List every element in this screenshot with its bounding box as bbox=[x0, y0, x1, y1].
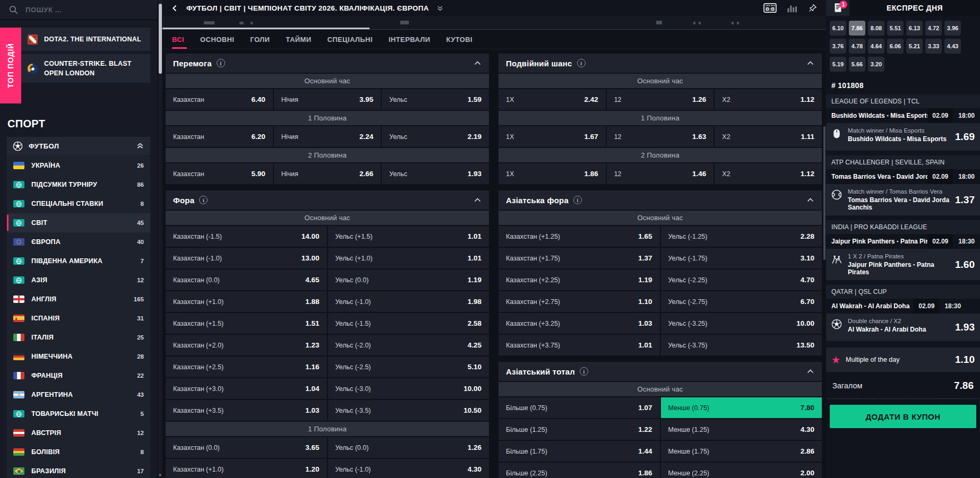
sidebar-item-friendly-matches[interactable]: ТОВАРИСЬКІ МАТЧІ5 bbox=[7, 404, 150, 423]
express-odd-chip[interactable]: 6.13 bbox=[906, 21, 923, 36]
express-odd-chip[interactable]: 6.06 bbox=[887, 39, 904, 54]
odd-cell[interactable]: Нічия3.95 bbox=[274, 89, 381, 110]
express-odd-chip[interactable]: 3.96 bbox=[944, 21, 961, 36]
odd-cell[interactable]: Уельс (0.0)1.26 bbox=[328, 437, 489, 458]
odd-cell[interactable]: Казахстан (+1.75)1.37 bbox=[498, 248, 660, 268]
info-icon[interactable]: i bbox=[573, 196, 582, 204]
odd-cell[interactable]: Більше (1.25)1.22 bbox=[498, 419, 660, 440]
odd-cell[interactable]: Менше (2.25)2.00 bbox=[661, 463, 822, 478]
search-input[interactable]: ПОШУК ... bbox=[0, 0, 157, 20]
statistics-bars-icon[interactable] bbox=[787, 4, 797, 13]
odd-cell[interactable]: X21.12 bbox=[715, 89, 822, 110]
sidebar-item-brazil[interactable]: БРАЗИЛІЯ17 bbox=[7, 462, 150, 478]
leg-bet[interactable]: 1 X 2 / Patna PiratesJaipur Pink Panther… bbox=[826, 249, 980, 280]
sidebar-item-england[interactable]: АНГЛІЯ165 bbox=[7, 290, 150, 309]
sidebar-item-spain[interactable]: ІСПАНІЯ31 bbox=[7, 309, 150, 328]
tab-кутові[interactable]: КУТОВІ bbox=[446, 30, 472, 49]
top-event-counter-strike[interactable]: COUNTER-STRIKE. BLAST OPEN LONDON bbox=[21, 54, 150, 83]
multiple-of-the-day-row[interactable]: ★ Multiple of the day 1.10 bbox=[826, 347, 980, 372]
express-odd-chip[interactable]: 5.21 bbox=[906, 39, 923, 54]
tab-основні[interactable]: ОСНОВНІ bbox=[200, 30, 234, 49]
market-card-header[interactable]: Подвійний шансi bbox=[498, 54, 822, 73]
odd-cell[interactable]: X21.12 bbox=[715, 163, 822, 184]
scoreboard-icon[interactable] bbox=[763, 3, 777, 13]
info-icon[interactable]: i bbox=[577, 59, 586, 67]
odd-cell[interactable]: Уельс (+1.0)1.01 bbox=[328, 248, 489, 268]
sidebar-item-bolivia[interactable]: БОЛІВІЯ8 bbox=[7, 442, 150, 462]
odd-cell[interactable]: Уельс (-1.25)2.28 bbox=[661, 226, 822, 247]
tab-голи[interactable]: ГОЛИ bbox=[250, 30, 270, 49]
odd-cell[interactable]: Менше (1.25)4.30 bbox=[661, 419, 822, 440]
sidebar-item-ukraine[interactable]: УКРАЇНА26 bbox=[7, 156, 150, 175]
express-odd-chip[interactable]: 3.33 bbox=[925, 39, 942, 54]
odd-cell[interactable]: 121.46 bbox=[607, 163, 714, 184]
odd-cell[interactable]: Уельс (+1.5)1.01 bbox=[328, 226, 489, 247]
odd-cell[interactable]: Казахстан (0.0)4.65 bbox=[166, 270, 327, 290]
tab-тайми[interactable]: ТАЙМИ bbox=[286, 30, 311, 49]
collapse-chevron-up-icon[interactable] bbox=[806, 60, 814, 66]
odd-cell[interactable]: 121.26 bbox=[607, 89, 714, 110]
odd-cell[interactable]: Уельс (-2.5)5.10 bbox=[328, 357, 489, 377]
odd-cell[interactable]: Казахстан (0.0)3.65 bbox=[166, 437, 327, 458]
odd-cell[interactable]: Менше (0.75)7.80 bbox=[661, 397, 822, 418]
sidebar-item-south-america[interactable]: ПІВДЕННА АМЕРИКА7 bbox=[7, 251, 150, 271]
sidebar-scrollbar-thumb[interactable] bbox=[159, 4, 162, 74]
odd-cell[interactable]: Уельс2.19 bbox=[382, 126, 489, 147]
odd-cell[interactable]: Казахстан (+2.25)1.19 bbox=[498, 270, 660, 290]
odd-cell[interactable]: Більше (0.75)1.07 bbox=[498, 397, 660, 418]
express-odd-chip[interactable]: 5.51 bbox=[887, 21, 904, 36]
odd-cell[interactable]: Уельс (-3.75)13.50 bbox=[661, 335, 822, 355]
express-odd-chip[interactable]: 4.78 bbox=[849, 39, 865, 54]
odd-cell[interactable]: Уельс (0.0)1.19 bbox=[328, 270, 489, 290]
odd-cell[interactable]: Уельс (-3.0)10.00 bbox=[328, 378, 489, 399]
odd-cell[interactable]: Казахстан (+2.0)1.23 bbox=[166, 335, 327, 355]
odd-cell[interactable]: Нічия2.66 bbox=[274, 163, 381, 184]
odd-cell[interactable]: 121.63 bbox=[607, 126, 714, 147]
market-card-header[interactable]: Фораi bbox=[166, 190, 489, 210]
info-icon[interactable]: i bbox=[199, 196, 208, 204]
back-button[interactable] bbox=[171, 4, 179, 12]
odd-cell[interactable]: Казахстан (-1.5)14.00 bbox=[166, 226, 327, 247]
express-odd-chip[interactable]: 3.76 bbox=[830, 39, 846, 54]
odd-cell[interactable]: Більше (1.75)1.44 bbox=[498, 441, 660, 462]
expand-double-chevron-down-icon[interactable] bbox=[436, 5, 444, 12]
market-card-header[interactable]: Перемогаi bbox=[166, 54, 489, 73]
odd-cell[interactable]: Менше (1.75)2.86 bbox=[661, 441, 822, 462]
odd-cell[interactable]: Казахстан5.90 bbox=[166, 163, 273, 184]
express-odd-chip[interactable]: 7.86 bbox=[849, 21, 865, 36]
odd-cell[interactable]: Казахстан (+2.5)1.16 bbox=[166, 357, 327, 377]
leg-bet[interactable]: Match winner / Tomas Barrios VeraTomas B… bbox=[826, 184, 980, 215]
sidebar-item-asia[interactable]: АЗІЯ12 bbox=[7, 271, 150, 290]
express-odd-chip[interactable]: 5.19 bbox=[830, 57, 846, 72]
odd-cell[interactable]: Казахстан (+2.75)1.10 bbox=[498, 291, 660, 312]
express-odd-chip[interactable]: 5.66 bbox=[849, 57, 865, 72]
odd-cell[interactable]: Уельс (-3.25)10.00 bbox=[661, 313, 822, 334]
collapse-double-chevron-up-icon[interactable] bbox=[136, 142, 144, 150]
pin-icon[interactable] bbox=[808, 3, 818, 13]
sidebar-item-italy[interactable]: ІТАЛІЯ25 bbox=[7, 328, 150, 347]
odd-cell[interactable]: Нічия2.24 bbox=[274, 126, 381, 147]
tab-всі[interactable]: ВСІ bbox=[172, 30, 184, 49]
odd-cell[interactable]: Казахстан (+3.5)1.03 bbox=[166, 400, 327, 421]
sidebar-item-austria[interactable]: АВСТРІЯ12 bbox=[7, 423, 150, 442]
tab-інтервали[interactable]: ІНТЕРВАЛИ bbox=[389, 30, 431, 49]
odd-cell[interactable]: Уельс (-1.0)1.98 bbox=[328, 291, 489, 312]
odd-cell[interactable]: X21.11 bbox=[715, 126, 822, 147]
odd-cell[interactable]: Казахстан (+1.0)1.88 bbox=[166, 291, 327, 312]
odd-cell[interactable]: Уельс (-1.75)3.10 bbox=[661, 248, 822, 268]
main-scrollbar-thumb[interactable] bbox=[823, 126, 826, 260]
odd-cell[interactable]: Більше (2.25)1.86 bbox=[498, 463, 660, 478]
sidebar-item-france[interactable]: ФРАНЦІЯ22 bbox=[7, 366, 150, 385]
odd-cell[interactable]: Уельс (-1.0)4.30 bbox=[328, 459, 489, 478]
express-odd-chip[interactable]: 8.08 bbox=[868, 21, 884, 36]
sidebar-item-germany[interactable]: НІМЕЧЧИНА28 bbox=[7, 347, 150, 366]
tab-спеціальні[interactable]: СПЕЦІАЛЬНІ bbox=[327, 30, 373, 49]
odd-cell[interactable]: Уельс1.59 bbox=[382, 89, 489, 110]
odd-cell[interactable]: Казахстан (+3.25)1.03 bbox=[498, 313, 660, 334]
odd-cell[interactable]: Казахстан (+1.0)1.20 bbox=[166, 459, 327, 478]
sidebar-item-world[interactable]: СВІТ45 bbox=[7, 213, 150, 232]
express-odd-chip[interactable]: 4.43 bbox=[944, 39, 961, 54]
odd-cell[interactable]: Казахстан6.40 bbox=[166, 89, 273, 110]
odd-cell[interactable]: Уельс (-2.0)4.25 bbox=[328, 335, 489, 355]
odd-cell[interactable]: 1X1.86 bbox=[498, 163, 606, 184]
